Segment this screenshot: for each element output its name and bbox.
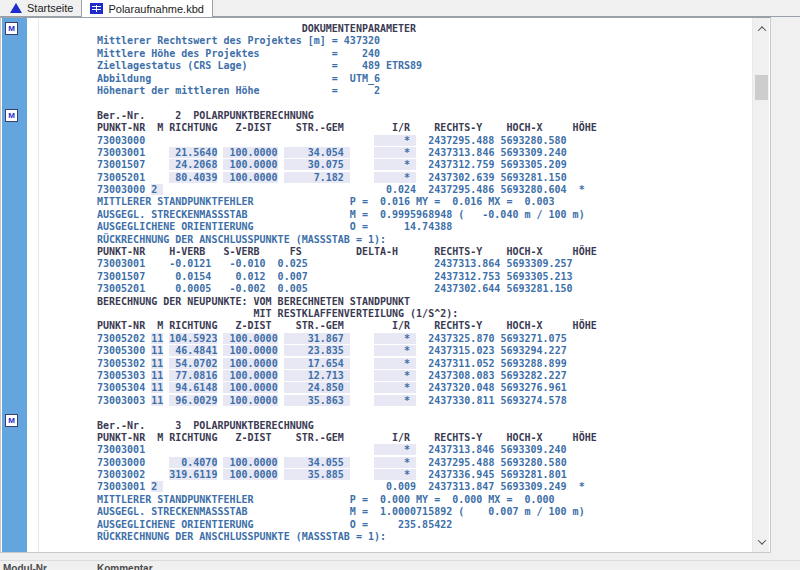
doc-line: MIT RESTKLAFFENVERTEILUNG (1/S^2): [97,308,597,320]
gutter-divider [38,18,39,552]
doc-line: DOKUMENTENPARAMETER [97,23,597,35]
section-marker-icon[interactable]: M [5,109,18,122]
doc-line: 73001507 0.0154 0.012 0.007 2437312.753 … [97,271,597,283]
doc-line: 73001507 24.2068 100.0000 30.075 * 24373… [97,159,597,171]
doc-line: Ber.-Nr. 2 POLARPUNKTBERECHNUNG [97,110,597,122]
doc-line: 73005201 80.4039 100.0000 7.182 * 243730… [97,172,597,184]
doc-line: 73003001 21.5640 100.0000 34.054 * 24373… [97,147,597,159]
doc-line: Abbildung = UTM_6 [97,73,597,85]
document-text: DOKUMENTENPARAMETERMittlerer Rechtswert … [97,23,597,543]
vertical-scrollbar[interactable] [752,18,769,552]
bottom-panel: Modul-Nr. Kommentar [0,553,800,570]
doc-line: 73003001 -0.0121 -0.010 0.025 2437313.86… [97,258,597,270]
doc-line: PUNKT-NR H-VERB S-VERB FS DELTA-H RECHTS… [97,246,597,258]
document-viewer: M M M DOKUMENTENPARAMETERMittlerer Recht… [0,17,771,553]
doc-line: 73003000 0.4070 100.0000 34.055 * 243729… [97,457,597,469]
home-triangle-icon [10,3,22,13]
doc-line: AUSGEGL. STRECKENMASSSTAB M = 0.99959689… [97,209,597,221]
margin-bar [2,18,27,552]
tab-startseite-label: Startseite [27,2,73,14]
tab-polaraufnahme-label: Polaraufnahme.kbd [108,3,203,15]
doc-line: PUNKT-NR M RICHTUNG Z-DIST STR.-GEM I/R … [97,122,597,134]
tab-polaraufnahme[interactable]: Polaraufnahme.kbd [81,0,212,17]
scroll-up-button[interactable] [753,20,770,37]
doc-line: 73003000 * 2437295.488 5693280.580 [97,135,597,147]
doc-line: Ber.-Nr. 3 POLARPUNKTBERECHNUNG [97,420,597,432]
doc-line [97,97,597,109]
tab-bar: Startseite Polaraufnahme.kbd [0,0,800,17]
doc-line: 73003001 * 2437313.846 5693309.240 [97,444,597,456]
doc-line: 73005202 11 104.5923 100.0000 31.867 * 2… [97,333,597,345]
doc-line: Mittlere Höhe des Projektes = 240 [97,48,597,60]
column-header-modul-nr: Modul-Nr. [3,563,49,570]
doc-line: RÜCKRECHNUNG DER ANSCHLUSSPUNKTE (MASSST… [97,234,597,246]
bottom-panel-divider [0,560,800,561]
chevron-down-icon [757,536,765,544]
doc-line: 73005303 11 77.0816 100.0000 12.713 * 24… [97,370,597,382]
doc-line: PUNKT-NR M RICHTUNG Z-DIST STR.-GEM I/R … [97,432,597,444]
doc-line: 73005304 11 94.6148 100.0000 24.850 * 24… [97,382,597,394]
scroll-down-button[interactable] [753,533,770,550]
doc-line: AUSGEGL. STRECKENMASSSTAB M = 1.00007158… [97,506,597,518]
doc-line: Höhenart der mittleren Höhe = 2 [97,85,597,97]
doc-line: PUNKT-NR M RICHTUNG Z-DIST STR.-GEM I/R … [97,320,597,332]
doc-line: 73003001 2 0.009 2437313.847 5693309.249… [97,481,597,493]
doc-line [97,407,597,419]
doc-line: 73005201 0.0005 -0.002 0.005 2437302.644… [97,283,597,295]
doc-line: MITTLERER STANDPUNKTFEHLER P = 0.016 MY … [97,196,597,208]
column-header-kommentar: Kommentar [97,563,153,570]
chevron-up-icon [757,26,765,34]
section-marker-icon[interactable]: M [5,414,18,427]
doc-line: AUSGEGLICHENE ORIENTIERUNG O = 14.74388 [97,221,597,233]
doc-line: Mittlerer Rechtswert des Projektes [m] =… [97,35,597,47]
scrollbar-thumb[interactable] [755,75,768,100]
section-marker-icon[interactable]: M [5,22,18,35]
doc-line: 73005302 11 54.0702 100.0000 17.654 * 24… [97,358,597,370]
doc-line: 73003000 2 0.024 2437295.486 5693280.604… [97,184,597,196]
doc-line: BERECHNUNG DER NEUPUNKTE: VOM BERECHNETE… [97,296,597,308]
doc-line: 73003003 11 96.0029 100.0000 35.863 * 24… [97,395,597,407]
tab-startseite[interactable]: Startseite [2,0,81,16]
doc-line: 73005300 11 46.4841 100.0000 23.835 * 24… [97,345,597,357]
doc-line: AUSGEGLICHENE ORIENTIERUNG O = 235.85422 [97,519,597,531]
doc-line: 73003002 319.6119 100.0000 35.885 * 2437… [97,469,597,481]
doc-line: RÜCKRECHNUNG DER ANSCHLUSSPUNKTE (MASSST… [97,531,597,543]
document-grid-icon [90,3,103,14]
doc-line: Ziellagestatus (CRS Lage) = 489 ETRS89 [97,60,597,72]
doc-line: MITTLERER STANDPUNKTFEHLER P = 0.000 MY … [97,494,597,506]
